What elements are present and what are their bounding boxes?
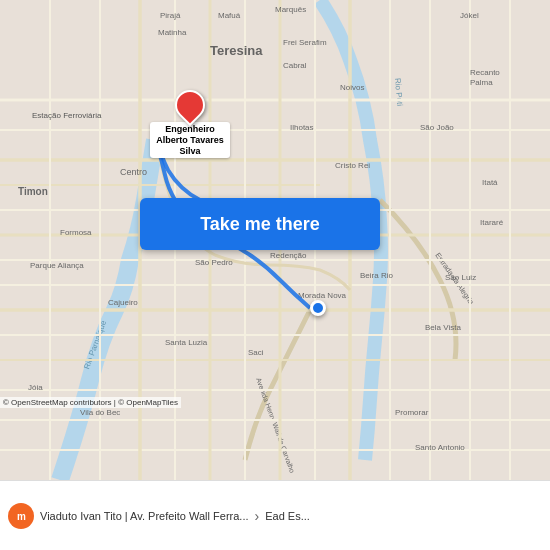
svg-text:Saci: Saci [248, 348, 264, 357]
svg-text:Marquês: Marquês [275, 5, 306, 14]
svg-text:Jókel: Jókel [460, 11, 479, 20]
svg-text:Redenção: Redenção [270, 251, 307, 260]
svg-text:Morada Nova: Morada Nova [298, 291, 347, 300]
svg-text:Timon: Timon [18, 186, 48, 197]
take-me-there-label: Take me there [200, 214, 320, 235]
map-container: Rio Poti Rio Parnaíque Estrada da Alegri… [0, 0, 550, 480]
svg-text:Palma: Palma [470, 78, 493, 87]
pin-marker [169, 84, 211, 126]
svg-text:Ilhotas: Ilhotas [290, 123, 314, 132]
svg-text:Parque Aliança: Parque Aliança [30, 261, 84, 270]
svg-text:Promorar: Promorar [395, 408, 429, 417]
moovit-logo-circle: m [8, 503, 34, 529]
svg-text:Pirajá: Pirajá [160, 11, 181, 20]
svg-text:Jóia: Jóia [28, 383, 43, 392]
svg-text:São João: São João [420, 123, 454, 132]
svg-text:Vila do Bec: Vila do Bec [80, 408, 120, 417]
svg-text:Itatá: Itatá [482, 178, 498, 187]
map-attribution: © OpenStreetMap contributors | © OpenMap… [0, 397, 181, 408]
svg-text:Centro: Centro [120, 167, 147, 177]
svg-text:Teresina: Teresina [210, 43, 263, 58]
origin-pin [310, 300, 326, 316]
svg-text:São Luiz: São Luiz [445, 273, 476, 282]
destination-pin: Engenheiro Alberto Tavares Silva [150, 90, 230, 158]
to-label: Ead Es... [265, 510, 310, 522]
moovit-icon: m [13, 508, 29, 524]
svg-text:Santo Antonio: Santo Antonio [415, 443, 465, 452]
svg-text:Cristo Rei: Cristo Rei [335, 161, 370, 170]
svg-text:Estação Ferroviária: Estação Ferroviária [32, 111, 102, 120]
svg-text:m: m [17, 511, 26, 522]
svg-text:Itararé: Itararé [480, 218, 504, 227]
svg-text:Santa Luzia: Santa Luzia [165, 338, 208, 347]
pin-label: Engenheiro Alberto Tavares Silva [150, 122, 230, 158]
svg-text:Formosa: Formosa [60, 228, 92, 237]
arrow-separator: › [255, 508, 260, 524]
svg-text:Cabral: Cabral [283, 61, 307, 70]
bottom-bar-content: Viaduto Ivan Tito | Av. Prefeito Wall Fe… [40, 508, 542, 524]
moovit-logo: m [8, 503, 34, 529]
svg-text:Noivos: Noivos [340, 83, 364, 92]
svg-text:Frei Serafim: Frei Serafim [283, 38, 327, 47]
svg-text:Mafuá: Mafuá [218, 11, 241, 20]
svg-text:São Pedro: São Pedro [195, 258, 233, 267]
from-label: Viaduto Ivan Tito | Av. Prefeito Wall Fe… [40, 510, 249, 522]
svg-text:Beira Rio: Beira Rio [360, 271, 393, 280]
svg-text:Bela Vista: Bela Vista [425, 323, 461, 332]
svg-text:Cajueiro: Cajueiro [108, 298, 138, 307]
bottom-bar: m Viaduto Ivan Tito | Av. Prefeito Wall … [0, 480, 550, 550]
take-me-there-button[interactable]: Take me there [140, 198, 380, 250]
origin-dot [310, 300, 326, 316]
svg-text:Recanto: Recanto [470, 68, 500, 77]
svg-text:Matinha: Matinha [158, 28, 187, 37]
